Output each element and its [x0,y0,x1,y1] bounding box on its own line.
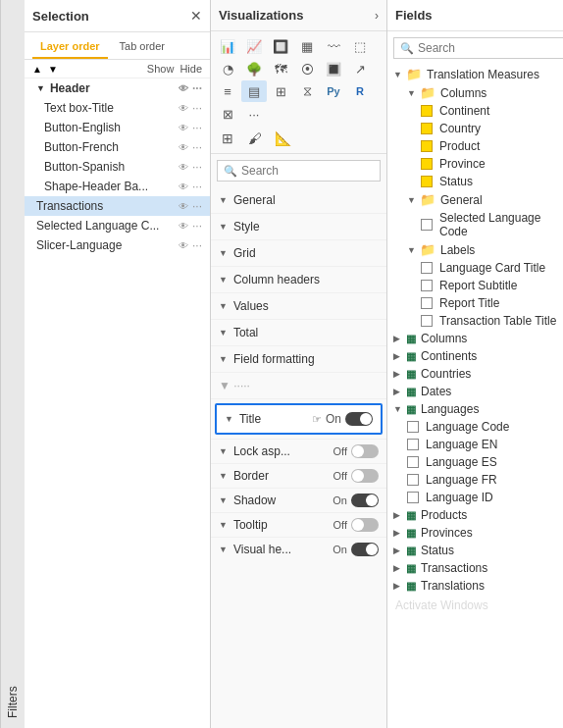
viz-icon-py[interactable]: Py [321,80,346,102]
viz-icon-r[interactable]: R [347,80,373,102]
eye-selected-lang-icon[interactable]: 👁 [179,221,188,232]
viz-icon-matrix[interactable]: ⊞ [268,80,293,102]
eye-textbox-icon[interactable]: 👁 [179,103,188,114]
eye-english-icon[interactable]: 👁 [179,123,188,133]
tree-lang-card-title[interactable]: Language Card Title [387,259,563,277]
check-lang-en[interactable] [407,439,419,450]
viz-icon-slicer[interactable]: ≡ [215,80,240,102]
section-grid[interactable]: ▼ Grid [211,240,386,267]
tree-table-status[interactable]: ▶ ▦ Status [387,542,563,559]
check-selected-lang-code[interactable] [421,219,433,231]
more-shape-icon[interactable]: ··· [192,180,202,193]
more-transactions-icon[interactable]: ··· [192,199,202,213]
prop-visual-he[interactable]: ▼ Visual he... On [211,537,386,561]
layer-item-slicer-lang[interactable]: Slicer-Language 👁 ··· [25,235,210,255]
check-continent[interactable] [421,105,433,117]
filters-panel[interactable]: Filters [0,0,25,728]
viz-icon-tree[interactable]: 🌳 [241,58,267,79]
tree-continent[interactable]: Continent [387,102,563,120]
check-lang-card-title[interactable] [421,262,433,274]
tree-table-transactions[interactable]: ▶ ▦ Transactions [387,559,563,577]
tree-table-countries[interactable]: ▶ ▦ Countries [387,365,563,383]
prop-tooltip[interactable]: ▼ Tooltip Off [211,512,386,537]
section-partial[interactable]: ▼ ····· [211,373,386,399]
prop-tooltip-switch[interactable] [351,518,379,532]
tree-country[interactable]: Country [387,120,563,137]
section-style[interactable]: ▼ Style [211,214,386,240]
viz-format-icon[interactable]: 🖌 [242,128,268,149]
check-status-col[interactable] [421,176,433,187]
viz-icon-table[interactable]: ▤ [241,80,267,102]
tree-table-languages[interactable]: ▼ ▦ Languages [387,400,563,418]
fields-search-input[interactable] [418,41,563,55]
prop-border-switch[interactable] [351,469,379,483]
eye-slicer-icon[interactable]: 👁 [179,240,188,251]
prop-lock-asp[interactable]: ▼ Lock asp... Off [211,439,386,463]
check-product[interactable] [421,140,433,152]
layer-item-button-english[interactable]: Button-English 👁 ··· [25,118,210,137]
eye-header-icon[interactable]: 👁 [179,83,188,94]
more-slicer-icon[interactable]: ··· [192,238,202,252]
tree-status-col[interactable]: Status [387,173,563,190]
viz-icon-map[interactable]: 🗺 [268,58,293,79]
arrow-up-btn[interactable]: ▲ [32,64,42,75]
prop-visual-he-switch[interactable] [351,543,379,556]
prop-shadow-switch[interactable] [351,494,379,507]
more-spanish-icon[interactable]: ··· [192,160,202,174]
show-button[interactable]: Show [147,63,175,75]
tree-table-provinces[interactable]: ▶ ▦ Provinces [387,524,563,542]
toggle-title-row[interactable]: ▼ Title ☞ On [217,405,381,433]
tree-report-title[interactable]: Report Title [387,294,563,312]
tree-labels-folder[interactable]: ▼ 📁 Labels [387,240,563,259]
tab-tab-order[interactable]: Tab order [112,36,173,59]
viz-search-input[interactable] [241,164,388,178]
more-textbox-icon[interactable]: ··· [192,101,202,115]
viz-build-icon[interactable]: ⊞ [215,128,240,149]
section-general[interactable]: ▼ General [211,187,386,214]
check-lang-id[interactable] [407,492,419,503]
tree-transaction-table-title[interactable]: Transaction Table Title [387,312,563,330]
viz-icon-gauge[interactable]: ⦿ [294,58,320,79]
tree-table-continents[interactable]: ▶ ▦ Continents [387,347,563,365]
layer-item-button-spanish[interactable]: Button-Spanish 👁 ··· [25,157,210,177]
tree-table-dates[interactable]: ▶ ▦ Dates [387,383,563,400]
layer-item-button-french[interactable]: Button-French 👁 ··· [25,137,210,157]
viz-icon-kpi[interactable]: ↗ [347,58,373,79]
tree-lang-code[interactable]: Language Code ▽ [387,418,563,436]
toggle-title-switch[interactable] [345,412,373,426]
layer-item-header[interactable]: ▼ Header 👁 ··· [25,78,210,98]
viz-icon-scatter[interactable]: ⬚ [347,35,373,57]
tree-table-products[interactable]: ▶ ▦ Products [387,506,563,524]
viz-icon-area[interactable]: 🔲 [268,35,293,57]
eye-spanish-icon[interactable]: 👁 [179,162,188,173]
viz-icon-bar[interactable]: 📊 [215,35,240,57]
tree-report-subtitle[interactable]: Report Subtitle [387,277,563,294]
viz-icon-funnel[interactable]: ⧖ [294,80,320,102]
section-field-formatting[interactable]: ▼ Field formatting [211,346,386,373]
viz-icon-more[interactable]: ··· [241,103,267,125]
check-country[interactable] [421,123,433,134]
layer-item-transactions[interactable]: Transactions 👁 ··· [25,196,210,216]
check-lang-es[interactable] [407,456,419,468]
layer-item-selected-lang[interactable]: Selected Language C... 👁 ··· [25,216,210,235]
section-total[interactable]: ▼ Total [211,320,386,346]
tree-translation-measures[interactable]: ▼ 📁 Translation Measures [387,65,563,83]
check-lang-fr[interactable] [407,474,419,486]
more-english-icon[interactable]: ··· [192,121,202,134]
eye-french-icon[interactable]: 👁 [179,142,188,153]
layer-item-textbox-title[interactable]: Text box-Title 👁 ··· [25,98,210,118]
eye-transactions-icon[interactable]: 👁 [179,201,188,212]
more-header-icon[interactable]: ··· [192,81,202,95]
viz-icon-line[interactable]: 📈 [241,35,267,57]
more-selected-lang-icon[interactable]: ··· [192,219,202,233]
check-transaction-table-title[interactable] [421,315,433,327]
tree-product[interactable]: Product [387,137,563,155]
viz-icon-ribbon[interactable]: 〰 [321,35,346,57]
section-column-headers[interactable]: ▼ Column headers [211,267,386,293]
viz-expand-arrow[interactable]: › [375,9,379,23]
check-report-subtitle[interactable] [421,280,433,291]
tree-lang-en[interactable]: Language EN [387,436,563,453]
section-values[interactable]: ▼ Values [211,293,386,320]
close-icon[interactable]: ✕ [190,8,202,24]
tree-table-translations[interactable]: ▶ ▦ Translations [387,577,563,595]
